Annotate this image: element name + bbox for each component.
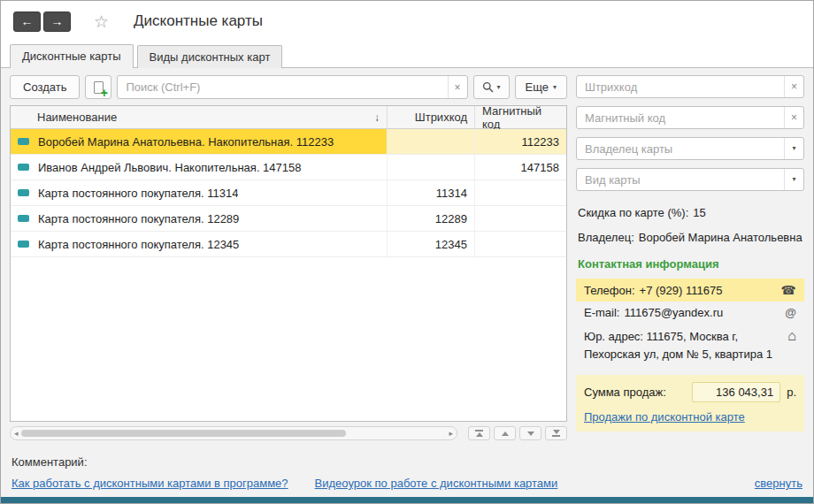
table-row[interactable]: Карта постоянного покупателя. 12345 1234… [11, 232, 566, 257]
cell-magnetic[interactable] [475, 232, 566, 256]
house-icon: ⌂ [787, 328, 796, 344]
table-row[interactable]: Карта постоянного покупателя. 12289 1228… [11, 206, 566, 232]
scroll-left-icon[interactable]: ◂ [14, 430, 19, 438]
cell-magnetic[interactable] [475, 180, 566, 205]
discount-cards-window: ← → ☆ Дисконтные карты Дисконтные карты … [0, 0, 814, 504]
cell-barcode[interactable] [388, 129, 475, 154]
create-button[interactable]: Создать [10, 75, 80, 99]
currency-label: р. [787, 386, 796, 399]
sales-amount: 136 043,31 [692, 382, 780, 402]
go-last-button[interactable] [545, 426, 567, 440]
discount-card-icon [18, 164, 29, 171]
clear-icon[interactable]: × [784, 76, 803, 97]
cell-name[interactable]: Карта постоянного покупателя. 11314 [11, 180, 388, 205]
filter-card-type-field: ▾ [576, 168, 804, 191]
table-row[interactable]: Воробей Марина Анатольевна. Накопительна… [11, 129, 566, 155]
cell-name[interactable]: Карта постоянного покупателя. 12345 [11, 232, 388, 256]
search-clear-icon[interactable]: × [448, 76, 467, 98]
address-text: Юр. адрес: 111675, Москва г, Пехорская у… [584, 328, 783, 363]
cell-barcode[interactable]: 12289 [388, 206, 475, 231]
copy-document-icon [94, 81, 104, 94]
filter-barcode-input[interactable] [577, 80, 784, 94]
contact-email-row[interactable]: E-mail: 111675@yandex.ru @ [576, 302, 804, 324]
sort-desc-icon: ↓ [374, 111, 380, 124]
column-header-name[interactable]: Наименование ↓ [11, 106, 388, 128]
list-toolbar: Создать × ▾ Еще ▾ [10, 75, 567, 99]
arrow-down-icon [527, 431, 534, 436]
favorite-star-icon[interactable]: ☆ [94, 11, 109, 32]
contact-address-row[interactable]: Юр. адрес: 111675, Москва г, Пехорская у… [576, 324, 804, 367]
magnetic-value: 112233 [522, 135, 559, 149]
column-label: Штрихкод [415, 111, 467, 124]
arrow-up-icon [502, 431, 509, 436]
scroll-right-icon[interactable]: ▸ [449, 430, 453, 438]
filter-magnetic-field: × [576, 106, 804, 129]
cell-barcode[interactable]: 11314 [388, 180, 475, 205]
cell-name[interactable]: Карта постоянного покупателя. 12289 [11, 206, 388, 231]
more-label: Еще [526, 80, 549, 94]
forward-arrow-icon: → [51, 15, 64, 27]
phone-icon: ☎ [781, 283, 796, 297]
table-row[interactable]: Иванов Андрей Львович. Накопительная. 14… [11, 155, 566, 180]
contacts-section-title: Контактная информация [576, 257, 804, 271]
dropdown-caret-icon[interactable]: ▾ [784, 169, 803, 190]
cell-magnetic[interactable]: 112233 [475, 129, 566, 154]
filter-owner-field: ▾ [576, 137, 804, 160]
contact-phone-row[interactable]: Телефон: +7 (929) 111675 ☎ [576, 279, 804, 302]
horizontal-scrollbar[interactable]: ◂ ▸ [10, 426, 457, 440]
search-options-button[interactable]: ▾ [473, 75, 510, 99]
cell-name[interactable]: Иванов Андрей Львович. Накопительная. 14… [11, 155, 388, 179]
filter-owner-input[interactable] [577, 142, 784, 156]
create-copy-button[interactable] [85, 75, 111, 99]
owner-line: Владелец: Воробей Марина Анатольевна [576, 231, 804, 244]
footer: Комментарий: Как работать с дисконтными … [1, 447, 813, 497]
owner-value: Воробей Марина Анатольевна [639, 231, 802, 244]
column-header-magnetic[interactable]: Магнитный код [475, 106, 566, 128]
row-navigation-buttons [468, 426, 567, 440]
card-name: Карта постоянного покупателя. 12345 [38, 238, 239, 251]
collapse-link[interactable]: свернуть [755, 477, 802, 490]
dropdown-caret-icon[interactable]: ▾ [784, 138, 803, 159]
cell-barcode[interactable] [388, 155, 475, 179]
clear-icon[interactable]: × [784, 107, 803, 128]
cell-name[interactable]: Воробей Марина Анатольевна. Накопительна… [11, 129, 388, 154]
bottom-accent-bar [1, 497, 813, 503]
video-tutorial-link[interactable]: Видеоурок по работе с дисконтными картам… [315, 477, 558, 490]
phone-value: +7 (929) 111675 [640, 284, 723, 297]
email-value: 111675@yandex.ru [624, 306, 723, 319]
go-first-button[interactable] [468, 426, 490, 440]
address-label: Юр. адрес: [584, 330, 643, 343]
tab-label: Дисконтные карты [22, 50, 121, 63]
back-button[interactable]: ← [13, 11, 41, 32]
discount-card-icon [18, 189, 29, 196]
search-input[interactable] [118, 80, 447, 94]
arrow-down-icon [553, 430, 560, 434]
cell-magnetic[interactable] [475, 206, 566, 231]
tab-card-types[interactable]: Виды дисконтных карт [137, 45, 283, 68]
tab-discount-cards[interactable]: Дисконтные карты [10, 44, 134, 68]
table-row[interactable]: Карта постоянного покупателя. 11314 1131… [11, 180, 566, 206]
forward-button[interactable]: → [43, 11, 71, 32]
owner-label: Владелец: [578, 231, 634, 244]
comment-label: Комментарий: [12, 455, 802, 469]
scrollbar-thumb[interactable] [21, 430, 346, 437]
barcode-value: 12345 [435, 238, 467, 251]
cell-barcode[interactable]: 12345 [388, 232, 475, 256]
main-content: Создать × ▾ Еще ▾ [1, 68, 813, 447]
more-button[interactable]: Еще ▾ [515, 75, 567, 99]
last-row-icon [552, 435, 560, 437]
arrow-up-icon [476, 432, 483, 437]
column-header-barcode[interactable]: Штрихкод [388, 106, 475, 128]
help-link[interactable]: Как работать с дисконтными картами в про… [12, 477, 288, 490]
go-up-button[interactable] [494, 426, 516, 440]
filter-card-type-input[interactable] [577, 173, 784, 187]
discount-value: 15 [693, 206, 705, 219]
go-down-button[interactable] [519, 426, 541, 440]
tab-label: Виды дисконтных карт [150, 50, 271, 64]
filter-magnetic-input[interactable] [577, 111, 784, 125]
sales-block: Сумма продаж: 136 043,31 р. Продажи по д… [576, 375, 804, 431]
sales-report-link[interactable]: Продажи по дисконтной карте [584, 410, 745, 424]
page-title: Дисконтные карты [134, 12, 263, 30]
email-label: E-mail: [584, 306, 619, 319]
cell-magnetic[interactable]: 147158 [475, 155, 566, 179]
